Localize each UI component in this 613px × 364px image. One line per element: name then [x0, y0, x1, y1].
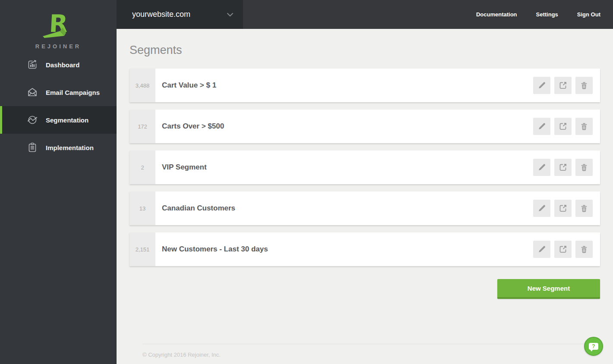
export-segment-button[interactable] [554, 118, 572, 135]
pencil-icon [537, 204, 546, 213]
new-segment-button[interactable]: New Segment [497, 279, 600, 299]
sidebar-item-label: Email Campaigns [46, 89, 100, 96]
segment-row: 3,488 Cart Value > $ 1 [130, 69, 600, 102]
segment-name: Carts Over > $500 [155, 110, 533, 143]
segment-count: 3,488 [130, 69, 155, 102]
edit-segment-button[interactable] [533, 241, 550, 258]
pencil-icon [537, 81, 546, 90]
segment-actions [533, 69, 600, 102]
edit-segment-button[interactable] [533, 118, 550, 135]
clipboard-icon [27, 142, 38, 153]
segment-name: Cart Value > $ 1 [155, 69, 533, 102]
segment-row: 172 Carts Over > $500 [130, 110, 600, 143]
export-icon [559, 81, 567, 90]
main-content: Segments 3,488 Cart Value > $ 1 172 Cart… [117, 29, 613, 364]
rejoiner-logo-icon: R [38, 11, 79, 40]
export-icon [559, 245, 567, 254]
segment-actions [533, 232, 600, 266]
question-mark-icon: ? [592, 344, 595, 349]
sidebar-item-segmentation[interactable]: Segmentation [0, 106, 117, 134]
edit-segment-button[interactable] [533, 159, 550, 176]
segmentation-wave-icon [27, 114, 38, 126]
site-selector-dropdown[interactable]: yourwebsite.com [117, 0, 243, 29]
trash-icon [580, 163, 588, 172]
sidebar-item-dashboard[interactable]: Dashboard [0, 51, 117, 78]
delete-segment-button[interactable] [575, 159, 593, 176]
pencil-icon [537, 163, 546, 172]
sidebar-item-label: Implementation [46, 144, 94, 151]
pencil-icon [537, 122, 546, 131]
export-icon [559, 163, 567, 172]
envelope-icon [27, 87, 38, 98]
sidebar-item-label: Segmentation [46, 116, 88, 124]
copyright-text: © Copyright 2016 Rejoiner, Inc. [142, 351, 221, 358]
export-segment-button[interactable] [554, 241, 572, 258]
segment-count: 13 [130, 191, 155, 225]
page-title: Segments [130, 42, 600, 58]
segment-actions [533, 191, 600, 225]
edit-segment-button[interactable] [533, 77, 550, 94]
export-segment-button[interactable] [554, 77, 572, 94]
dashboard-chart-icon [27, 59, 38, 70]
export-segment-button[interactable] [554, 200, 572, 217]
trash-icon [580, 81, 588, 90]
export-icon [559, 122, 567, 131]
delete-segment-button[interactable] [575, 118, 593, 135]
segment-count: 2,151 [130, 232, 155, 266]
delete-segment-button[interactable] [575, 241, 593, 258]
delete-segment-button[interactable] [575, 200, 593, 217]
sidebar: R REJOINER Dashboard [0, 0, 117, 364]
segment-name: VIP Segment [155, 151, 533, 184]
help-chat-button[interactable]: ? [584, 337, 603, 356]
segment-count: 2 [130, 151, 155, 184]
trash-icon [580, 204, 588, 213]
segment-actions [533, 151, 600, 184]
delete-segment-button[interactable] [575, 77, 593, 94]
trash-icon [580, 122, 588, 131]
site-selector-value: yourwebsite.com [132, 10, 190, 19]
chevron-down-icon [227, 11, 234, 19]
sidebar-item-implementation[interactable]: Implementation [0, 134, 117, 161]
export-segment-button[interactable] [554, 159, 572, 176]
segment-name: New Customers - Last 30 days [155, 232, 533, 266]
segment-list: 3,488 Cart Value > $ 1 172 Carts Over > … [130, 69, 600, 266]
brand-logo: R REJOINER [0, 0, 117, 51]
segment-row: 13 Canadian Customers [130, 191, 600, 225]
pencil-icon [537, 245, 546, 254]
segment-actions [533, 110, 600, 143]
sidebar-nav: Dashboard Email Campaigns [0, 51, 117, 161]
segment-row: 2,151 New Customers - Last 30 days [130, 232, 600, 266]
button-row: New Segment [130, 279, 600, 299]
trash-icon [580, 245, 588, 254]
topbar: yourwebsite.com Documentation Settings S… [117, 0, 613, 29]
segment-count: 172 [130, 110, 155, 143]
segment-name: Canadian Customers [155, 191, 533, 225]
sidebar-item-label: Dashboard [46, 61, 79, 69]
footer: © Copyright 2016 Rejoiner, Inc. [142, 344, 600, 364]
export-icon [559, 204, 567, 213]
sign-out-link[interactable]: Sign Out [577, 11, 600, 18]
topbar-links: Documentation Settings Sign Out [476, 11, 613, 18]
segment-row: 2 VIP Segment [130, 151, 600, 184]
help-bubble-icon: ? [589, 343, 598, 350]
documentation-link[interactable]: Documentation [476, 11, 517, 18]
edit-segment-button[interactable] [533, 200, 550, 217]
settings-link[interactable]: Settings [536, 11, 558, 18]
brand-name: REJOINER [0, 43, 117, 50]
sidebar-item-email-campaigns[interactable]: Email Campaigns [0, 78, 117, 106]
